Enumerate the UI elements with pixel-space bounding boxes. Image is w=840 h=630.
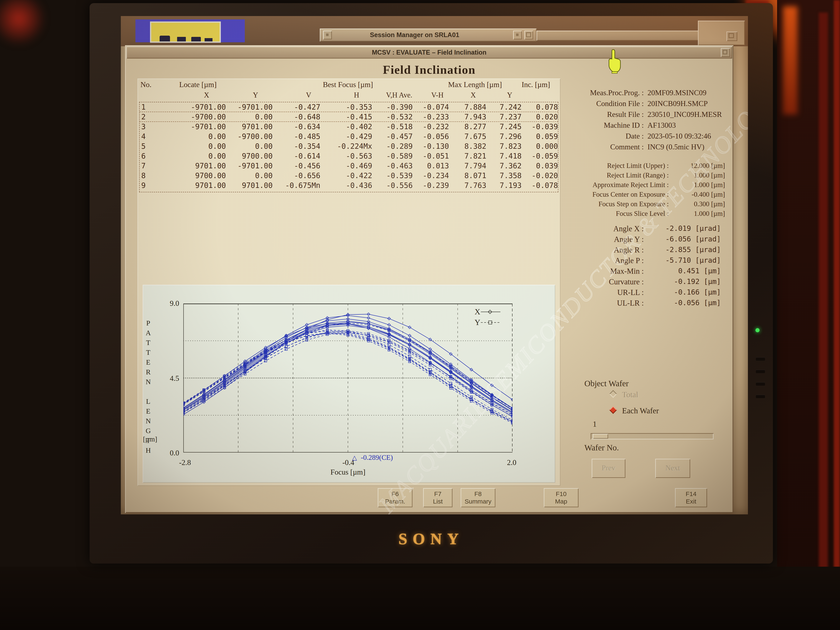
table-row[interactable]: 40.00-9700.00-0.485-0.429-0.457-0.0567.6… xyxy=(140,132,558,142)
table-row[interactable]: 79701.00-9701.00-0.456-0.469-0.4630.0137… xyxy=(140,161,558,171)
info-row: Result File :230510_INC09H.MESR xyxy=(548,111,727,122)
session-maximize-button[interactable] xyxy=(524,31,533,39)
table-group-header: Max Length [µm] xyxy=(448,80,502,89)
table-cell: -9701.00 xyxy=(153,102,226,112)
table-sub-header: H xyxy=(321,91,373,99)
table-cell: 0.00 xyxy=(153,151,226,161)
table-row[interactable]: 1-9701.00-9701.00-0.427-0.353-0.390-0.07… xyxy=(140,102,558,112)
info-value: 20MF09.MSINC09 xyxy=(647,89,706,100)
table-row[interactable]: 60.009700.00-0.614-0.563-0.589-0.0517.82… xyxy=(140,151,558,161)
page-title: Field Inclination xyxy=(125,63,733,77)
info-value: -2.855 [µrad] xyxy=(652,246,721,257)
fkey-label: Exit xyxy=(675,498,707,505)
table-cell: 7.296 xyxy=(486,132,521,142)
next-button[interactable]: Next xyxy=(655,459,690,478)
maximize-icon xyxy=(723,50,727,54)
table-cell: 7.362 xyxy=(486,161,521,171)
table-cell: -9700.00 xyxy=(226,132,273,142)
prev-button[interactable]: Prev xyxy=(592,459,625,478)
info-row: UR-LL :-0.166 [µm] xyxy=(550,289,721,299)
wafer-number-value: 1 xyxy=(593,419,597,428)
info-value: 1.000 [µm] xyxy=(669,182,725,191)
table-cell: -0.402 xyxy=(321,122,372,132)
table-sub-header: Y xyxy=(226,91,273,99)
info-value: -6.056 [µrad] xyxy=(652,235,721,246)
table-cell: -0.233 xyxy=(413,112,449,122)
info-row: Machine ID :AF13003 xyxy=(548,122,727,132)
info-row: Date :2023-05-10 09:32:46 xyxy=(548,132,727,143)
info-row: UL-LR :-0.056 [µm] xyxy=(550,299,721,310)
table-cell: 4 xyxy=(140,132,153,142)
function-key-f7[interactable]: F7List xyxy=(423,488,453,507)
info-label: UL-LR : xyxy=(550,299,652,310)
fkey-label: Map xyxy=(544,498,578,505)
ce-annotation: -0.289(CE) xyxy=(361,453,393,461)
info-value: AF13003 xyxy=(647,122,676,132)
table-cell: 7.193 xyxy=(486,181,521,190)
table-cell: -0.656 xyxy=(273,171,320,181)
info-value: 0.300 [µm] xyxy=(669,201,725,210)
fkey-label: Param. xyxy=(378,498,412,505)
table-cell: -0.648 xyxy=(273,112,320,122)
table-cell: 0.039 xyxy=(522,161,558,171)
info-row: Angle X :-2.019 [µrad] xyxy=(550,225,721,235)
table-cell: 7.821 xyxy=(449,151,486,161)
info-row: Focus Slice Level :1.000 [µm] xyxy=(554,210,725,220)
function-key-f6[interactable]: F6Param. xyxy=(378,488,412,507)
table-cell: -0.353 xyxy=(321,102,372,112)
session-minimize-button[interactable] xyxy=(513,31,522,39)
mcsv-titlebar[interactable]: MCSV : EVALUATE – Field Inclination xyxy=(126,46,732,58)
bezel-button[interactable] xyxy=(756,382,765,385)
info-label: Max-Min : xyxy=(550,267,652,278)
function-key-f10[interactable]: F10Map xyxy=(544,488,578,507)
info-row: Angle Y :-6.056 [µrad] xyxy=(550,235,721,246)
table-cell: 0.00 xyxy=(153,132,226,142)
function-key-f14[interactable]: F14Exit xyxy=(675,488,707,507)
function-key-f8[interactable]: F8Summary xyxy=(461,488,496,507)
info-label: Reject Limit (Range) : xyxy=(554,172,669,182)
wafer-slider-handle[interactable] xyxy=(593,434,608,439)
info-label: Approximate Reject Limit : xyxy=(554,182,669,191)
info-label: UR-LL : xyxy=(550,289,652,299)
table-row[interactable]: 99701.009701.00-0.675Mn-0.436-0.556-0.23… xyxy=(140,181,558,190)
fkey-label: List xyxy=(423,498,453,505)
measurement-panel: No.Locate [µm]Best Focus [µm]Max Length … xyxy=(137,79,561,486)
bezel-button[interactable] xyxy=(756,370,765,373)
wafer-slider[interactable] xyxy=(591,433,714,439)
table-row[interactable]: 3-9701.009701.00-0.634-0.402-0.518-0.232… xyxy=(140,122,558,132)
curve-site-8-y xyxy=(183,331,513,422)
table-cell: 3 xyxy=(140,122,153,132)
background-window-logo-glyphs xyxy=(159,36,170,43)
info-row: Meas.Proc.Prog. :20MF09.MSINC09 xyxy=(548,89,727,100)
table-cell: -0.469 xyxy=(321,161,372,171)
table-row[interactable]: 50.000.00-0.354-0.224Mx-0.289-0.1308.382… xyxy=(140,142,558,151)
maximize-icon xyxy=(728,33,734,38)
radio-total-icon xyxy=(609,390,617,398)
info-value: INC9 (0.5mic HV) xyxy=(647,143,704,154)
table-cell: -0.390 xyxy=(372,102,413,112)
info-label: Comment : xyxy=(548,143,644,154)
table-row[interactable]: 89700.000.00-0.656-0.422-0.539-0.2348.07… xyxy=(140,171,558,181)
bezel-button[interactable] xyxy=(756,395,765,398)
info-label: Reject Limit (Upper) : xyxy=(554,162,669,172)
mcsv-maximize-button[interactable] xyxy=(721,48,730,57)
table-cell: -0.436 xyxy=(321,181,372,190)
frame-maximize-button[interactable] xyxy=(726,32,737,41)
bezel-button[interactable] xyxy=(756,357,765,361)
table-cell: 7.763 xyxy=(449,181,486,190)
table-cell: -0.457 xyxy=(372,132,413,142)
table-cell: 8.071 xyxy=(449,171,486,181)
table-cell: -0.675Mn xyxy=(273,181,320,190)
session-manager-titlebar[interactable]: Session Manager on SRLA01 xyxy=(320,28,537,41)
table-sub-header: X xyxy=(153,91,226,99)
table-cell: -0.289 xyxy=(372,142,413,151)
session-window-frame-corner xyxy=(698,21,745,45)
table-row[interactable]: 2-9700.000.00-0.648-0.415-0.532-0.2337.9… xyxy=(140,112,558,122)
table-cell: -0.456 xyxy=(273,161,320,171)
info-row: Focus Step on Exposure :0.300 [µm] xyxy=(554,201,725,210)
background-window-titlebar[interactable] xyxy=(136,19,245,42)
info-row: Max-Min :0.451 [µm] xyxy=(550,267,721,278)
table-cell: -0.556 xyxy=(372,181,413,190)
table-cell: -0.485 xyxy=(273,132,320,142)
focus-curve-plot: XY xyxy=(183,303,513,453)
